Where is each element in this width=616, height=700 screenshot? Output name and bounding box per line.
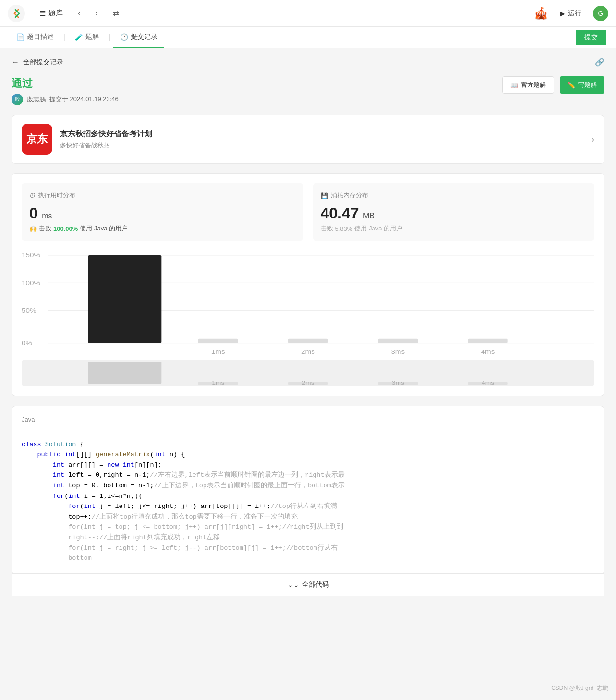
- svg-text:4ms: 4ms: [482, 380, 494, 386]
- run-label: 运行: [568, 9, 581, 18]
- ad-subtitle: 多快好省备战秋招: [60, 141, 584, 150]
- view-all-code-button[interactable]: ⌄⌄ 全部代码: [12, 573, 604, 596]
- tab-submissions-label: 提交记录: [131, 33, 157, 41]
- code-line-4: int arr[][] = new int[n][n];: [22, 460, 594, 471]
- ad-logo: 京东: [22, 124, 52, 155]
- code-line-13: bottom: [22, 553, 594, 564]
- tab-submissions[interactable]: 🕐 提交记录: [113, 27, 164, 48]
- execution-time-chart: 150% 100% 50% 0% 👤: [22, 250, 594, 356]
- svg-text:3ms: 3ms: [391, 349, 405, 355]
- code-line-6: int top = 0, bottom = n-1;//上下边界，top表示当前…: [22, 481, 594, 491]
- run-button[interactable]: ▶ 运行: [554, 6, 587, 21]
- nav-back-button[interactable]: ‹: [72, 6, 87, 21]
- svg-text:100%: 100%: [22, 280, 40, 286]
- time-beat-row: 🙌 击败 100.00% 使用 Java 的用户: [29, 224, 296, 233]
- svg-text:3ms: 3ms: [392, 380, 404, 386]
- svg-text:1ms: 1ms: [211, 349, 225, 355]
- back-to-submissions[interactable]: ← 全部提交记录 🔗: [12, 58, 604, 67]
- svg-text:2ms: 2ms: [301, 349, 315, 355]
- code-line-3: public int[][] generateMatrix(int n) {: [22, 449, 594, 460]
- write-btn-label: 写题解: [578, 81, 597, 89]
- write-solution-button[interactable]: ✏️ 写题解: [560, 76, 604, 94]
- code-line-12: for(int j = right; j >= left; j--) arr[b…: [22, 543, 594, 554]
- submit-button[interactable]: 提交: [576, 30, 606, 45]
- notification-icon[interactable]: 🎪: [534, 7, 548, 20]
- mem-value: 40.47: [321, 205, 359, 222]
- play-icon: ▶: [560, 10, 565, 17]
- code-line-10: for(int j = top; j <= bottom; j++) arr[j…: [22, 522, 594, 532]
- tab-description-label: 题目描述: [27, 33, 54, 41]
- code-line-2: class Solution {: [22, 439, 594, 450]
- top-navigation: ☰ 题库 ‹ › ⇄ 🎪 ▶ 运行 G: [0, 0, 616, 27]
- clock-icon: ⏱: [29, 192, 36, 199]
- code-lang-label: Java: [22, 416, 594, 423]
- code-line-9: top++;//上面将top行填充成功，那么top需要下移一行，准备下一次的填充: [22, 512, 594, 522]
- back-arrow-icon: ←: [12, 58, 19, 67]
- tab-solution[interactable]: 🧪 题解: [68, 27, 106, 48]
- mem-value-row: 40.47 MB: [321, 205, 587, 222]
- action-buttons: 📖 官方题解 ✏️ 写题解: [502, 76, 604, 94]
- time-card-title: ⏱ 执行用时分布: [29, 191, 296, 200]
- svg-text:2ms: 2ms: [302, 380, 314, 386]
- edit-icon: ✏️: [568, 82, 575, 89]
- mini-chart-strip: 1ms 2ms 3ms 4ms: [22, 360, 594, 386]
- submission-header: 通过 殷 殷志鹏 提交于 2024.01.19 23:46 📖 官方题解 ✏️ …: [12, 76, 604, 105]
- code-block: class Solution { public int[][] generate…: [22, 429, 594, 564]
- solution-icon: 🧪: [75, 33, 83, 41]
- perf-grid: ⏱ 执行用时分布 0 ms 🙌 击败 100.00% 使用 Java 的用户 💾: [22, 183, 594, 241]
- beat-icon-time: 🙌: [29, 225, 37, 232]
- submission-meta: 殷 殷志鹏 提交于 2024.01.19 23:46: [12, 94, 119, 105]
- svg-text:150%: 150%: [22, 253, 40, 259]
- svg-rect-16: [468, 339, 507, 343]
- official-solution-button[interactable]: 📖 官方题解: [502, 76, 554, 94]
- svg-text:50%: 50%: [22, 307, 36, 314]
- tab-solution-label: 题解: [85, 33, 99, 41]
- nav-right-section: 🎪 ▶ 运行 G: [534, 6, 608, 21]
- svg-text:4ms: 4ms: [481, 349, 495, 355]
- ad-title: 京东秋招多快好省备考计划: [60, 129, 584, 139]
- problem-bank-button[interactable]: ☰ 题库: [35, 6, 68, 21]
- submissions-icon: 🕐: [120, 33, 128, 41]
- nav-arrows: ‹ › ⇄: [72, 6, 123, 21]
- svg-rect-22: [88, 362, 162, 384]
- mem-card-title: 💾 消耗内存分布: [321, 191, 587, 200]
- mem-beat-pct: 5.83%: [335, 225, 353, 232]
- svg-point-0: [8, 5, 25, 22]
- code-line-1: [22, 429, 594, 439]
- logo[interactable]: [8, 5, 25, 22]
- nav-forward-button[interactable]: ›: [89, 6, 104, 21]
- tab-separator-2: |: [109, 33, 110, 42]
- list-icon: ☰: [39, 9, 46, 18]
- ad-text: 京东秋招多快好省备考计划 多快好省备战秋招: [60, 129, 584, 150]
- svg-text:1ms: 1ms: [212, 380, 224, 386]
- user-avatar[interactable]: G: [593, 6, 608, 21]
- nav-shuffle-button[interactable]: ⇄: [108, 6, 123, 21]
- tab-separator-1: |: [63, 33, 65, 42]
- ad-banner[interactable]: 京东 京东秋招多快好省备考计划 多快好省备战秋招 ›: [12, 115, 604, 164]
- time-unit: ms: [42, 212, 52, 220]
- submit-time: 提交于 2024.01.19 23:46: [49, 95, 119, 104]
- back-label: 全部提交记录: [23, 58, 63, 67]
- official-btn-label: 官方题解: [521, 81, 546, 89]
- tab-description[interactable]: 📄 题目描述: [10, 27, 60, 48]
- nav-title-label: 题库: [48, 9, 63, 18]
- code-line-11: right--;//上面将right列填充成功，right左移: [22, 532, 594, 543]
- mem-perf-card: 💾 消耗内存分布 40.47 MB 击败 5.83% 使用 Java 的用户: [313, 183, 595, 241]
- code-line-5: int left = 0,right = n-1;//左右边界,left表示当前…: [22, 470, 594, 481]
- content-area: ← 全部提交记录 🔗 通过 殷 殷志鹏 提交于 2024.01.19 23:46…: [0, 48, 616, 605]
- time-value-row: 0 ms: [29, 205, 296, 222]
- time-value: 0: [29, 205, 38, 222]
- link-icon: 🔗: [595, 58, 604, 67]
- code-line-8: for(int j = left; j<= right; j++) arr[to…: [22, 501, 594, 512]
- chart-svg: 150% 100% 50% 0% 👤: [22, 250, 594, 356]
- view-all-label: 全部代码: [302, 580, 329, 589]
- submitter-avatar: 殷: [12, 94, 23, 105]
- code-line-7: for(int i = 1;i<=n*n;){: [22, 491, 594, 502]
- mem-beat-row: 击败 5.83% 使用 Java 的用户: [321, 224, 587, 233]
- tab-bar: 📄 题目描述 | 🧪 题解 | 🕐 提交记录 提交: [0, 27, 616, 48]
- submission-info: 通过 殷 殷志鹏 提交于 2024.01.19 23:46: [12, 76, 119, 105]
- book-icon: 📖: [510, 82, 518, 89]
- svg-rect-14: [288, 339, 328, 343]
- svg-rect-13: [198, 339, 238, 343]
- svg-rect-15: [378, 339, 418, 343]
